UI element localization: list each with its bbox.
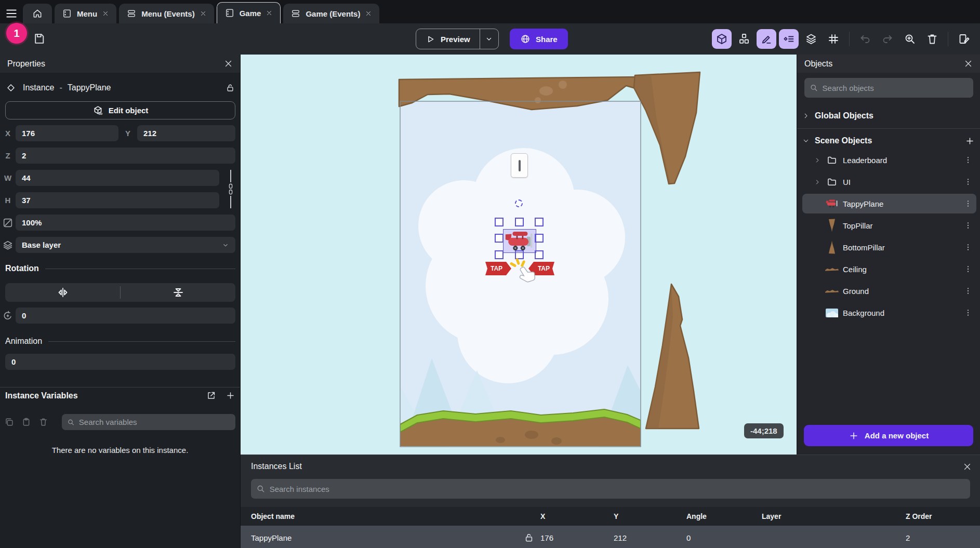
preview-button[interactable]: Preview (416, 29, 480, 49)
add-new-object-button[interactable]: Add a new object (804, 425, 973, 446)
chevron-down-icon (802, 137, 810, 144)
kebab-menu-icon[interactable] (964, 309, 972, 317)
bottom-pillar[interactable] (646, 284, 699, 429)
object-row-ground[interactable]: Ground (802, 281, 976, 301)
tappyplane-instance[interactable] (503, 229, 536, 253)
tab-game-events[interactable]: Game (Events) (283, 4, 379, 23)
object-row-leaderboard[interactable]: Leaderboard (802, 150, 976, 170)
kebab-menu-icon[interactable] (964, 178, 972, 186)
search-variables-input[interactable] (79, 418, 230, 426)
lock-open-icon[interactable] (226, 83, 235, 92)
tab-menu-scene[interactable]: Menu (55, 4, 116, 23)
lock-open-icon[interactable] (524, 532, 534, 543)
grid-icon[interactable] (824, 29, 843, 49)
selection-handle-w[interactable] (495, 234, 504, 243)
objects-blocks-icon[interactable] (734, 29, 754, 49)
flip-horizontal-button[interactable] (5, 283, 120, 302)
object-row-toppillar[interactable]: TopPillar (802, 216, 976, 235)
kebab-menu-icon[interactable] (964, 221, 972, 230)
object-row-ceiling[interactable]: Ceiling (802, 259, 976, 279)
undo-icon[interactable] (855, 29, 875, 49)
selection-handle-nw[interactable] (495, 218, 504, 226)
object-row-bottompillar[interactable]: BottomPillar (802, 237, 976, 257)
global-objects-group[interactable]: Global Objects (797, 106, 980, 125)
toggle-3d-view-icon[interactable] (712, 29, 732, 49)
kebab-menu-icon[interactable] (964, 156, 972, 164)
instance-diamond-icon (6, 83, 16, 92)
object-label: TappyPlane (843, 199, 883, 208)
pillar-up-icon (828, 240, 836, 254)
search-icon (67, 418, 75, 426)
close-tab-icon[interactable] (365, 10, 372, 17)
layers-icon[interactable] (801, 29, 821, 49)
selection-handle-ne[interactable] (535, 218, 544, 226)
opacity-field[interactable] (16, 215, 235, 231)
close-instances-icon[interactable] (963, 462, 972, 471)
open-in-new-icon[interactable] (206, 391, 216, 400)
object-row-background[interactable]: Background (802, 303, 976, 323)
add-object-plus-icon[interactable] (965, 136, 975, 146)
tab-game-scene[interactable]: Game (217, 2, 281, 23)
column-layer: Layer (762, 512, 781, 520)
close-properties-icon[interactable] (224, 59, 233, 68)
instances-list-panel: Instances List Object name X Y Angle Lay… (241, 455, 980, 548)
flip-vertical-button[interactable] (121, 283, 235, 302)
edit-object-button[interactable]: 2D Edit object (5, 101, 235, 119)
kebab-menu-icon[interactable] (964, 287, 972, 295)
search-objects-box (804, 78, 973, 98)
delete-trash-icon[interactable] (922, 29, 942, 49)
rotation-section-title: Rotation (5, 264, 39, 273)
z-field[interactable] (16, 148, 235, 164)
object-row-tappyplane[interactable]: TappyPlane (802, 194, 976, 213)
tab-home[interactable] (23, 4, 52, 23)
main-menu-icon[interactable] (0, 4, 23, 23)
instance-properties-icon[interactable] (779, 29, 799, 49)
width-field[interactable] (16, 170, 219, 186)
redo-icon[interactable] (878, 29, 897, 49)
kebab-menu-icon[interactable] (964, 265, 972, 273)
preview-options-button[interactable] (480, 29, 498, 49)
instance-row-tappyplane[interactable]: TappyPlane 176 212 0 2 (241, 526, 980, 548)
zoom-in-icon[interactable] (900, 29, 920, 49)
copy-icon[interactable] (4, 417, 14, 427)
kebab-menu-icon[interactable] (964, 243, 972, 251)
search-instances-input[interactable] (270, 485, 965, 493)
chevron-right-icon (811, 157, 824, 164)
top-pillar[interactable] (634, 72, 700, 184)
paste-icon[interactable] (21, 417, 31, 427)
scene-canvas[interactable]: TAP TAP -44;218 (241, 55, 797, 455)
edit-mode-pencil-icon[interactable] (757, 29, 776, 49)
search-objects-input[interactable] (823, 84, 968, 92)
tab-menu-events[interactable]: Menu (Events) (119, 4, 214, 23)
x-field[interactable] (16, 125, 118, 141)
object-row-ui[interactable]: UI (802, 172, 976, 192)
close-tab-icon[interactable] (266, 9, 273, 17)
selection-handle-sw[interactable] (495, 250, 504, 259)
close-tab-icon[interactable] (102, 10, 109, 17)
height-field[interactable] (16, 192, 219, 208)
y-field[interactable] (137, 125, 235, 141)
share-button[interactable]: Share (510, 29, 568, 49)
link-width-height-toggle[interactable] (224, 170, 237, 208)
save-icon[interactable] (30, 30, 48, 47)
selection-handle-n[interactable] (515, 218, 524, 226)
preview-split-button: Preview (416, 29, 499, 49)
width-label: W (0, 173, 16, 182)
rotation-field[interactable] (16, 308, 235, 324)
kebab-menu-icon[interactable] (964, 199, 972, 208)
ground[interactable] (400, 409, 641, 446)
object-label: Ceiling (843, 265, 867, 274)
close-objects-icon[interactable] (964, 59, 973, 68)
edit-scene-properties-icon[interactable] (954, 29, 974, 49)
tab-label: Game (240, 9, 261, 18)
z-label: Z (0, 151, 16, 160)
animation-field[interactable] (5, 354, 235, 370)
column-y: Y (614, 512, 618, 520)
close-tab-icon[interactable] (200, 10, 207, 17)
scene-objects-group[interactable]: Scene Objects (797, 131, 980, 150)
flip-controls (5, 283, 235, 302)
trash-icon[interactable] (38, 417, 48, 427)
rotation-handle[interactable] (515, 199, 523, 207)
layer-select[interactable]: Base layer (16, 237, 235, 253)
add-variable-icon[interactable] (226, 391, 235, 400)
